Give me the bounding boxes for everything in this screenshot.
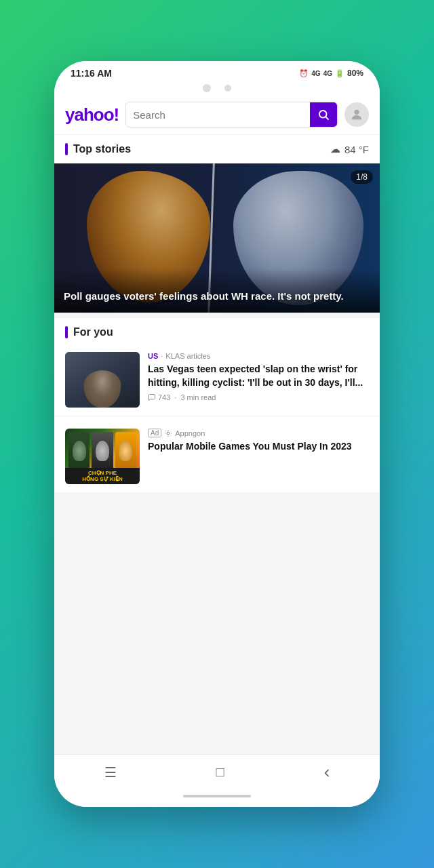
news-thumb-image — [65, 352, 140, 408]
network-icon2: 4G — [323, 70, 332, 77]
char2 — [92, 432, 113, 469]
ad-label: Ad Appngon — [148, 429, 369, 437]
svg-line-7 — [170, 435, 171, 436]
weather-display: ☁ 84 °F — [330, 143, 369, 155]
status-time: 11:16 AM — [71, 68, 112, 79]
for-you-bar — [65, 326, 68, 338]
camera-area — [54, 83, 380, 96]
main-content: Top stories ☁ 84 °F 1/8 Poll gauges vote… — [54, 135, 380, 754]
search-bar[interactable] — [125, 102, 338, 127]
profile-button[interactable] — [344, 102, 369, 127]
news-source-1: US · KLAS articles — [148, 352, 369, 360]
back-nav-button[interactable]: ‹ — [311, 756, 344, 788]
status-icons: ⏰ 4G 4G 🔋 80% — [299, 68, 363, 78]
hero-image[interactable]: 1/8 Poll gauges voters' feelings about W… — [54, 163, 380, 313]
slide-indicator: 1/8 — [351, 170, 373, 184]
avatar-icon — [349, 107, 364, 122]
section-bar — [65, 143, 68, 155]
battery-pct: 80% — [347, 68, 363, 78]
news-content-1: US · KLAS articles Las Vegas teen expect… — [148, 352, 369, 408]
svg-point-0 — [319, 111, 327, 118]
back-icon: ‹ — [324, 762, 330, 782]
square-icon: □ — [216, 764, 224, 779]
ad-thumb-1: CHỌN PHEHỒNG SỰ KIỆN — [65, 429, 140, 484]
battery-icon: 🔋 — [335, 69, 344, 78]
handle-bar — [183, 795, 251, 797]
char1-head — [73, 441, 86, 461]
camera-dot-right — [224, 85, 231, 92]
search-icon — [317, 108, 330, 121]
bottom-navigation: ☰ □ ‹ — [54, 754, 380, 789]
ad-title: Popular Mobile Games You Must Play In 20… — [148, 440, 369, 454]
home-indicator — [54, 789, 380, 807]
svg-line-6 — [165, 431, 166, 431]
char1 — [68, 432, 90, 469]
comment-icon: 743 — [148, 393, 170, 401]
char2-head — [96, 441, 109, 461]
for-you-title: For you — [73, 326, 113, 338]
alarm-icon: ⏰ — [299, 69, 309, 78]
news-card-1[interactable]: US · KLAS articles Las Vegas teen expect… — [54, 344, 380, 416]
ad-content-1: Ad Appngon Popular Mobile Games You Must… — [148, 429, 369, 484]
status-bar: 11:16 AM ⏰ 4G 4G 🔋 80% — [54, 61, 380, 83]
top-stories-header: Top stories ☁ 84 °F — [54, 135, 380, 163]
for-you-section: For you US · KLAS articles Las Vegas tee… — [54, 318, 380, 492]
svg-line-1 — [326, 117, 328, 119]
sun-icon — [164, 429, 172, 437]
news-thumb-1 — [65, 352, 140, 408]
ad-card-1[interactable]: CHỌN PHEHỒNG SỰ KIỆN Ad Appngon — [54, 420, 380, 492]
weather-icon: ☁ — [330, 143, 340, 155]
news-meta-1: 743 · 3 min read — [148, 393, 369, 401]
home-nav-button[interactable]: □ — [203, 759, 238, 785]
hero-overlay: Poll gauges voters' feelings about WH ra… — [54, 269, 380, 313]
app-header: yahoo! — [54, 96, 380, 135]
anime-image: CHỌN PHEHỒNG SỰ KIỆN — [65, 429, 140, 484]
bottom-spacer — [54, 492, 380, 519]
menu-icon: ☰ — [104, 765, 117, 780]
char3 — [115, 432, 136, 469]
svg-point-2 — [354, 110, 359, 115]
read-time: 3 min read — [180, 393, 216, 401]
search-input[interactable] — [126, 109, 310, 121]
top-stories-title: Top stories — [65, 143, 131, 155]
char3-head — [119, 441, 132, 461]
anime-text: CHỌN PHEHỒNG SỰ KIỆN — [68, 470, 136, 482]
menu-nav-button[interactable]: ☰ — [91, 759, 130, 786]
network-icon: 4G — [311, 70, 320, 77]
source-name: KLAS articles — [165, 352, 210, 360]
news-title-1: Las Vegas teen expected 'slap on the wri… — [148, 363, 369, 389]
camera-dot-left — [203, 84, 211, 92]
advertiser-name: Appngon — [175, 429, 205, 437]
for-you-header: For you — [54, 318, 380, 344]
temperature: 84 °F — [344, 144, 369, 155]
svg-point-3 — [167, 432, 170, 435]
source-tag: US — [148, 352, 158, 360]
comment-count: 743 — [158, 393, 170, 401]
hero-caption: Poll gauges voters' feelings about WH ra… — [64, 289, 370, 303]
ad-tag: Ad — [148, 429, 161, 437]
anime-characters — [68, 432, 136, 469]
yahoo-logo: yahoo! — [65, 104, 119, 125]
search-button[interactable] — [310, 102, 337, 127]
anime-text-overlay: CHỌN PHEHỒNG SỰ KIỆN — [65, 468, 140, 484]
